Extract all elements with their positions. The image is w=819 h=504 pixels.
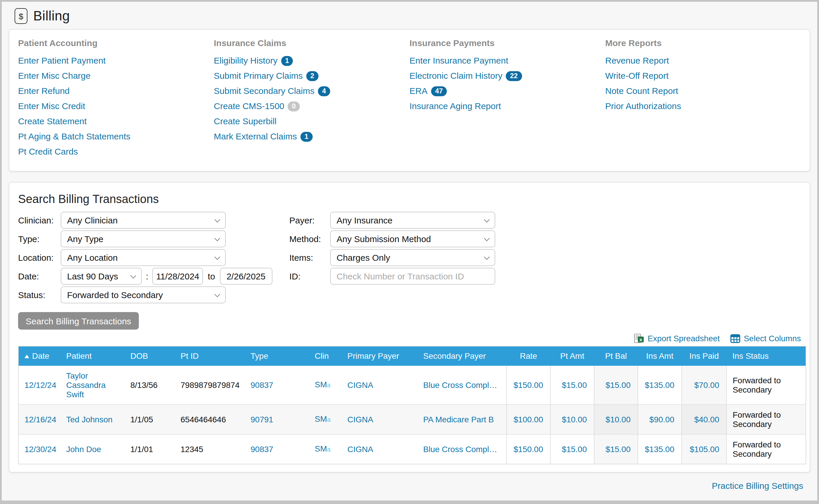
link-revenue-report[interactable]: Revenue Report <box>605 55 669 65</box>
link-create-statement[interactable]: Create Statement <box>18 116 87 126</box>
link-enter-insurance-payment[interactable]: Enter Insurance Payment <box>409 55 508 65</box>
link-prior-authorizations[interactable]: Prior Authorizations <box>605 101 681 111</box>
column-header-ins-amt[interactable]: Ins Amt <box>638 346 682 365</box>
transaction-date-link[interactable]: 12/12/24 <box>25 380 56 389</box>
column-insurance-payments: Insurance Payments Enter Insurance Payme… <box>409 38 605 162</box>
clinician-label: Clinician: <box>18 215 61 225</box>
column-header-rate[interactable]: Rate <box>507 346 550 365</box>
service-type-link[interactable]: 90837 <box>251 380 273 389</box>
search-form-right: Payer: Any Insurance Method: Any Submiss… <box>289 212 495 305</box>
link-electronic-claim-history[interactable]: Electronic Claim History <box>409 71 502 81</box>
clinician-select[interactable]: Any Clinician <box>61 212 226 229</box>
link-era[interactable]: ERA <box>409 86 428 96</box>
count-badge: 1 <box>281 56 293 66</box>
link-enter-misc-credit[interactable]: Enter Misc Credit <box>18 101 85 111</box>
link-note-count-report[interactable]: Note Count Report <box>605 86 678 96</box>
payer-select[interactable]: Any Insurance <box>330 212 495 229</box>
secondary-payer-link[interactable]: PA Medicare Part B <box>423 414 494 424</box>
link-enter-patient-payment[interactable]: Enter Patient Payment <box>18 55 106 65</box>
select-columns-link[interactable]: Select Columns <box>730 334 801 343</box>
ins-paid-link[interactable]: $70.00 <box>694 380 719 389</box>
patient-link[interactable]: John Doe <box>66 444 101 454</box>
column-header-ins-paid[interactable]: Ins Paid <box>682 346 727 365</box>
patient-link[interactable]: Ted Johnson <box>66 414 113 424</box>
primary-payer-link[interactable]: CIGNA <box>347 444 373 454</box>
column-header-pt-id[interactable]: Pt ID <box>175 346 245 365</box>
ins-paid-link[interactable]: $40.00 <box>694 414 719 424</box>
page-title: Billing <box>33 8 70 24</box>
link-insurance-aging-report[interactable]: Insurance Aging Report <box>409 101 501 111</box>
pt-amt-link[interactable]: $10.00 <box>562 414 587 424</box>
link-enter-misc-charge[interactable]: Enter Misc Charge <box>18 71 90 81</box>
pt-bal-link[interactable]: $10.00 <box>605 414 631 424</box>
service-type-link[interactable]: 90837 <box>251 444 273 454</box>
ins-amt-link[interactable]: $135.00 <box>645 444 674 454</box>
column-header-type[interactable]: Type <box>245 346 309 365</box>
link-write-off-report[interactable]: Write-Off Report <box>605 71 669 81</box>
export-spreadsheet-link[interactable]: x Export Spreadsheet <box>634 334 720 343</box>
clinician-initials-link[interactable]: SMa <box>315 414 330 423</box>
type-value: Any Type <box>67 234 104 244</box>
date-to-word: to <box>208 271 215 281</box>
primary-payer-link[interactable]: CIGNA <box>347 414 373 424</box>
link-enter-refund[interactable]: Enter Refund <box>18 86 70 96</box>
type-select[interactable]: Any Type <box>61 230 226 247</box>
practice-billing-settings-link[interactable]: Practice Billing Settings <box>712 480 804 490</box>
column-header-clin[interactable]: Clin <box>309 346 342 365</box>
method-select[interactable]: Any Submission Method <box>330 230 495 247</box>
patient-link[interactable]: Taylor Cassandra Swift <box>66 371 106 399</box>
column-header-patient[interactable]: Patient <box>60 346 125 365</box>
ins-paid-link[interactable]: $105.00 <box>690 444 719 454</box>
column-heading: Insurance Payments <box>409 38 605 48</box>
column-insurance-claims: Insurance Claims Eligibility History1 Su… <box>214 38 409 162</box>
link-pt-aging-batch-statements[interactable]: Pt Aging & Batch Statements <box>18 131 130 141</box>
clinician-initials-link[interactable]: SMa <box>315 444 330 453</box>
column-header-pt-amt[interactable]: Pt Amt <box>550 346 594 365</box>
rate-link[interactable]: $100.00 <box>514 414 543 424</box>
pt-bal-link[interactable]: $15.00 <box>605 444 631 454</box>
column-header-date[interactable]: Date <box>18 346 60 365</box>
items-select[interactable]: Charges Only <box>330 249 495 266</box>
date-range-select[interactable]: Last 90 Days <box>61 268 142 285</box>
page-header: $ Billing <box>2 2 817 29</box>
secondary-payer-link[interactable]: Blue Cross Compl… <box>423 444 497 454</box>
clinician-initials-link[interactable]: SMa <box>315 380 330 389</box>
count-badge-gray: 0 <box>288 101 300 111</box>
dob-cell: 1/1/01 <box>125 434 175 464</box>
link-submit-primary-claims[interactable]: Submit Primary Claims <box>214 71 303 81</box>
link-create-superbill[interactable]: Create Superbill <box>214 116 277 126</box>
type-label: Type: <box>18 234 61 244</box>
status-select[interactable]: Forwarded to Secondary <box>61 286 226 303</box>
column-header-ins-status[interactable]: Ins Status <box>727 346 806 365</box>
method-label: Method: <box>289 234 330 244</box>
date-from-input[interactable]: 11/28/2024 <box>152 268 203 285</box>
pt-amt-link[interactable]: $15.00 <box>562 380 587 389</box>
pt-bal-link[interactable]: $15.00 <box>605 380 631 389</box>
link-submit-secondary-claims[interactable]: Submit Secondary Claims <box>214 86 314 96</box>
column-header-secondary-payer[interactable]: Secondary Payer <box>417 346 507 365</box>
column-header-primary-payer[interactable]: Primary Payer <box>342 346 417 365</box>
link-pt-credit-cards[interactable]: Pt Credit Cards <box>18 146 78 156</box>
ins-status-cell: Forwarded to Secondary <box>727 434 806 464</box>
transaction-date-link[interactable]: 12/30/24 <box>25 444 56 454</box>
rate-link[interactable]: $150.00 <box>514 444 543 454</box>
ins-amt-link[interactable]: $90.00 <box>649 414 674 424</box>
column-header-pt-bal[interactable]: Pt Bal <box>594 346 638 365</box>
ins-amt-link[interactable]: $135.00 <box>645 380 674 389</box>
column-heading: Insurance Claims <box>214 38 409 48</box>
location-select[interactable]: Any Location <box>61 249 226 266</box>
rate-link[interactable]: $150.00 <box>514 380 543 389</box>
primary-payer-link[interactable]: CIGNA <box>347 380 373 389</box>
transaction-date-link[interactable]: 12/16/24 <box>25 414 56 424</box>
column-header-dob[interactable]: DOB <box>125 346 175 365</box>
date-to-input[interactable]: 2/26/2025 <box>220 268 272 285</box>
search-transactions-card: Search Billing Transactions Clinician: A… <box>9 182 810 472</box>
link-create-cms-1500[interactable]: Create CMS-1500 <box>214 101 284 111</box>
secondary-payer-link[interactable]: Blue Cross Compl… <box>423 380 497 389</box>
transaction-id-input[interactable] <box>330 268 495 285</box>
search-billing-transactions-button[interactable]: Search Billing Transactions <box>18 312 139 330</box>
link-mark-external-claims[interactable]: Mark External Claims <box>214 131 297 141</box>
service-type-link[interactable]: 90791 <box>251 414 273 424</box>
pt-amt-link[interactable]: $15.00 <box>562 444 587 454</box>
link-eligibility-history[interactable]: Eligibility History <box>214 55 277 65</box>
